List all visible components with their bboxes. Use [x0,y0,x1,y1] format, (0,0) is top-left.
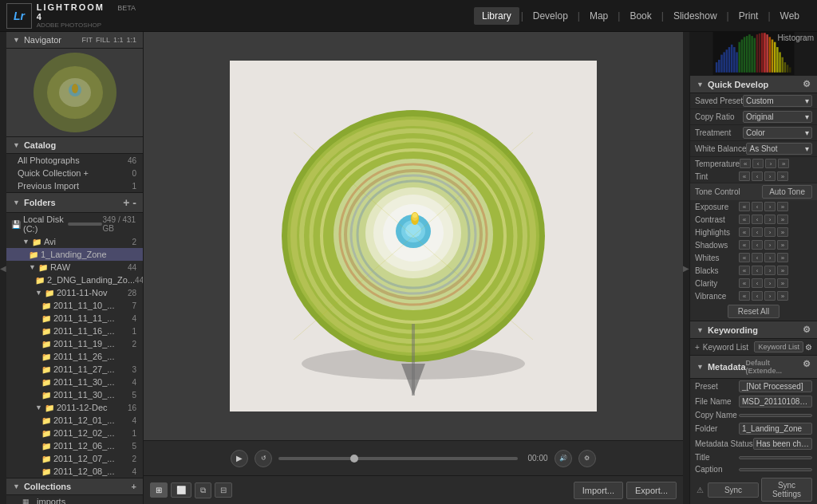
exp-d[interactable]: ‹ [752,202,763,211]
con-d[interactable]: ‹ [752,215,763,224]
hi-uu[interactable]: » [777,227,788,237]
con-u[interactable]: › [764,215,776,224]
zoom-1-1[interactable]: 1:1 [113,36,124,44]
compare-view-button[interactable]: ⧉ [195,482,211,498]
bl-u[interactable]: › [764,266,776,275]
tab-library[interactable]: Library [474,7,519,25]
con-uu[interactable]: » [777,215,788,224]
tab-book[interactable]: Book [622,7,659,25]
sh-dd[interactable]: « [739,240,750,250]
copy-ratio-control[interactable]: Original ▾ [743,111,812,123]
collections-header[interactable]: ▼ Collections + [6,478,143,495]
caption-value[interactable] [739,468,812,471]
folder-1127[interactable]: 📁2011_11_27_...3 [6,363,143,376]
cl-dd[interactable]: « [739,278,750,288]
collections-add-button[interactable]: + [132,482,136,491]
vi-u[interactable]: › [764,291,776,301]
folder-2dng[interactable]: 📁 2_DNG_Landing_Zo... 44 [6,274,143,286]
saved-preset-control[interactable]: Custom ▾ [743,95,812,107]
con-dd[interactable]: « [739,215,750,224]
temp-up[interactable]: › [765,159,776,168]
folder-1208[interactable]: 📁2011_12_08_...4 [6,465,143,478]
wh-u[interactable]: › [764,253,776,262]
qd-gear[interactable]: ⚙ [803,79,811,89]
auto-tone-button[interactable]: Auto Tone [762,185,812,199]
tab-map[interactable]: Map [582,7,616,25]
left-edge-handle[interactable]: ◀ [0,32,6,504]
scrubber-thumb[interactable] [350,455,358,463]
temp-down-down[interactable]: « [740,159,751,168]
treatment-control[interactable]: Color ▾ [743,127,812,139]
folders-header[interactable]: ▼ Folders + - [6,192,143,213]
sh-d[interactable]: ‹ [752,240,763,250]
settings-button[interactable]: ⚙ [578,450,596,467]
catalog-all-photos[interactable]: All Photographs 46 [6,154,143,167]
sh-uu[interactable]: » [777,240,788,250]
survey-view-button[interactable]: ⊟ [215,482,232,498]
tab-develop[interactable]: Develop [525,7,576,25]
hi-d[interactable]: ‹ [752,227,763,237]
cl-uu[interactable]: » [777,278,788,288]
folder-2011-12-dec[interactable]: ▼ 📁 2011-12-Dec 16 [6,401,143,414]
play-button[interactable]: ▶ [231,450,248,467]
folder-avi[interactable]: ▼ 📁 Avi 2 [6,235,143,248]
folder-1202[interactable]: 📁2011_12_02_...1 [6,427,143,439]
tint-down-down[interactable]: « [739,171,750,181]
temp-up-up[interactable]: » [778,159,789,168]
grid-view-button[interactable]: ⊞ [150,482,168,498]
zoom-fill[interactable]: FILL [96,36,110,44]
tab-print[interactable]: Print [731,7,767,25]
folder-local-disk[interactable]: 💾 Local Disk (C:) 349 / 431 GB [6,213,143,235]
vi-uu[interactable]: » [777,291,788,301]
folder-1206[interactable]: 📁2011_12_06_...5 [6,439,143,452]
exp-dd[interactable]: « [739,202,750,211]
hi-u[interactable]: › [764,227,776,237]
kw-gear[interactable]: ⚙ [803,325,811,335]
reset-all-button[interactable]: Reset All [728,305,780,318]
loupe-view-button[interactable]: ⬜ [171,482,191,498]
tint-down[interactable]: ‹ [752,171,763,181]
wb-control[interactable]: As Shot ▾ [746,143,812,155]
bl-uu[interactable]: » [777,266,788,275]
quick-develop-header[interactable]: ▼ Quick Develop ⚙ [690,75,817,93]
copyname-value[interactable] [739,414,812,417]
zoom-fit[interactable]: FIT [81,36,93,44]
preset-value[interactable]: _[Not Processed] [739,380,812,392]
export-bottom-button[interactable]: Export... [626,482,677,499]
sync-settings-button[interactable]: Sync Settings [761,478,812,502]
folder-2011-11-nov[interactable]: ▼ 📁 2011-11-Nov 28 [6,286,143,299]
cl-d[interactable]: ‹ [752,278,763,288]
folder-1116[interactable]: 📁2011_11_16_...1 [6,325,143,337]
hi-dd[interactable]: « [739,227,750,237]
bl-d[interactable]: ‹ [752,266,763,275]
exp-u[interactable]: › [764,202,776,211]
folder-1110[interactable]: 📁2011_11_10_...7 [6,299,143,312]
exp-uu[interactable]: » [777,202,788,211]
folders-minus-button[interactable]: - [132,196,136,209]
sh-u[interactable]: › [764,240,776,250]
folder-1126[interactable]: 📁2011_11_26_... [6,350,143,363]
tab-web[interactable]: Web [772,7,807,25]
folder-landing-zone[interactable]: 📁 1_Landing_Zone [6,248,143,261]
folder-1111[interactable]: 📁2011_11_11_...4 [6,312,143,325]
volume-button[interactable]: 🔊 [555,450,572,467]
metadata-header[interactable]: ▼ Metadata Default (Extende... ⚙ [690,355,817,379]
meta-gear[interactable]: ⚙ [803,359,811,375]
catalog-quick-collection[interactable]: Quick Collection + 0 [6,167,143,179]
kl-gear[interactable]: ⚙ [805,343,812,352]
collection-imports[interactable]: ▦ _imports [6,495,143,504]
title-meta-value[interactable] [739,456,812,459]
tint-up-up[interactable]: » [777,171,788,181]
zoom-custom[interactable]: 1:1 [126,36,136,44]
wh-uu[interactable]: » [777,253,788,262]
wh-d[interactable]: ‹ [752,253,763,262]
tint-up[interactable]: › [764,171,776,181]
sync-button[interactable]: Sync [708,482,759,498]
folders-add-button[interactable]: + [123,196,129,209]
tab-slideshow[interactable]: Slideshow [665,7,725,25]
vi-dd[interactable]: « [739,291,750,301]
loop-button[interactable]: ↺ [255,450,272,467]
right-edge-handle[interactable]: ▶ [683,32,689,504]
keywording-header[interactable]: ▼ Keywording ⚙ [690,321,817,339]
temp-down[interactable]: ‹ [752,159,764,168]
